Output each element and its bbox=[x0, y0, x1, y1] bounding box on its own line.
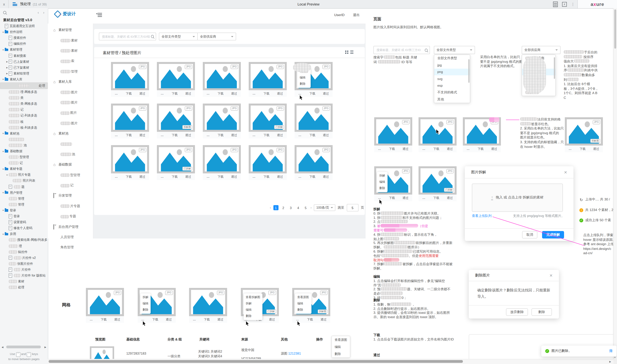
pages-scrollbar[interactable]: ◀ ▶ bbox=[0, 345, 48, 349]
more-button[interactable]: … bbox=[115, 133, 118, 137]
more-button[interactable]: … bbox=[298, 133, 302, 137]
download-button[interactable]: 下载 bbox=[218, 91, 223, 95]
card-thumbnail[interactable]: JPG bbox=[111, 104, 149, 132]
dropdown-scrollbar[interactable] bbox=[554, 57, 555, 79]
approve-button[interactable]: 通过 bbox=[402, 147, 408, 151]
menu-item-拆解[interactable]: 拆解 bbox=[243, 300, 263, 307]
menu-item[interactable]: 记 bbox=[48, 181, 93, 191]
download-button[interactable]: 下载 bbox=[172, 175, 178, 179]
material-search-input[interactable] bbox=[101, 34, 151, 39]
approve-button[interactable]: 通过 bbox=[139, 91, 145, 95]
more-button[interactable]: … bbox=[161, 175, 164, 179]
finish-split-button[interactable]: 完成拆解 bbox=[542, 231, 564, 238]
download-button[interactable]: 下载 bbox=[309, 175, 315, 179]
abandon-delete-button[interactable]: 放弃删除 bbox=[506, 308, 528, 316]
card-thumbnail[interactable]: JPG bbox=[203, 62, 241, 90]
sidebar-item-题[interactable]: 题 bbox=[0, 184, 48, 190]
scroll-left-icon[interactable]: ◀ bbox=[1, 346, 3, 348]
approve-button[interactable]: 通过 bbox=[321, 318, 326, 321]
menu-item[interactable]: 池 bbox=[48, 149, 93, 160]
approve-button[interactable]: 通过 bbox=[277, 175, 283, 179]
approve-button[interactable]: 通过 bbox=[217, 318, 223, 321]
scroll-right-icon[interactable]: ▶ bbox=[45, 346, 46, 348]
card-thumbnail[interactable]: JPG bbox=[249, 145, 287, 173]
sidebar-item-素材入库[interactable]: ▼素材入库 bbox=[0, 77, 48, 82]
approve-button[interactable]: 通过 bbox=[185, 91, 191, 95]
download-button[interactable]: 下载 bbox=[433, 196, 439, 200]
download-button[interactable]: 下载 bbox=[101, 318, 106, 321]
menu-group-素材管理[interactable]: ⌂素材管理 bbox=[48, 25, 93, 36]
download-button[interactable]: 下载 bbox=[307, 318, 313, 321]
approve-button[interactable]: 通过 bbox=[185, 133, 191, 137]
cancel-button[interactable]: 取消 bbox=[522, 231, 537, 238]
option-其他[interactable]: 其他 bbox=[434, 96, 470, 103]
kebab-menu-icon[interactable]: ⋮ bbox=[571, 2, 575, 6]
vendor-select[interactable]: 全部供应商 bbox=[197, 33, 236, 40]
approve-button[interactable]: 通过 bbox=[402, 196, 408, 200]
more-button[interactable]: … bbox=[161, 133, 164, 137]
download-button[interactable]: 下载 bbox=[309, 91, 315, 95]
sidebar-item-处理[interactable]: 处理 bbox=[0, 284, 48, 290]
more-button[interactable]: … bbox=[568, 147, 572, 151]
sidebar-item-编辑控件[interactable]: 编辑控件 bbox=[0, 41, 48, 47]
sidebar-item-记[interactable]: 记 bbox=[0, 107, 48, 113]
menu-item-拆解[interactable]: 拆解 bbox=[140, 294, 151, 300]
collapse-menu-icon[interactable] bbox=[96, 13, 102, 17]
menu-group-后台用户管理[interactable]: 后台用户管理 bbox=[48, 222, 93, 232]
card-thumbnail[interactable]: JPG bbox=[86, 288, 124, 316]
scroll-right-icon[interactable]: ▶ bbox=[609, 360, 611, 363]
card-thumbnail[interactable]: JPG bbox=[189, 288, 227, 316]
view-toggle[interactable] bbox=[345, 51, 353, 54]
sidebar-item-片控件[interactable]: 片控件 bbox=[0, 267, 48, 273]
download-button[interactable]: 下载 bbox=[263, 175, 269, 179]
sidebar-item-照片列表[interactable]: 照片列表 bbox=[0, 178, 48, 184]
axure-logo[interactable]: axure bbox=[577, 0, 617, 8]
download-button[interactable]: 下载 bbox=[389, 147, 395, 151]
menu-item[interactable]: 索 bbox=[48, 56, 93, 66]
sidebar-item-素材专题[interactable]: ▼素材专题 bbox=[0, 166, 48, 172]
close-icon[interactable]: ✕ bbox=[564, 170, 567, 174]
sidebar-item-已下架素材[interactable]: ▶已下架素材 bbox=[0, 65, 48, 70]
download-button[interactable]: 下载 bbox=[152, 318, 158, 321]
page-4[interactable]: 4 bbox=[296, 205, 301, 210]
download-button[interactable]: 下载 bbox=[309, 133, 315, 137]
more-button[interactable]: … bbox=[252, 92, 256, 95]
card-thumbnail[interactable]: JPG bbox=[249, 62, 287, 90]
sidebar-item-基础数据[interactable]: ▼基础数据 bbox=[0, 148, 48, 154]
menu-item-编辑[interactable]: 编辑 bbox=[297, 75, 311, 81]
list-view-icon[interactable] bbox=[350, 51, 353, 54]
undo-link[interactable]: 撤销 bbox=[609, 349, 613, 353]
sidebar-item-处理[interactable]: 处理 bbox=[0, 82, 48, 89]
menu-item-拆解[interactable]: 拆解 bbox=[377, 173, 387, 179]
upload-dropzone[interactable]: ↑ 拖入 或 点击上传 拆解后的素材 bbox=[472, 183, 563, 212]
sidebar-item-搜索控件[interactable]: 搜索控件 bbox=[0, 35, 48, 41]
sidebar-item-张图片控件[interactable]: 张图片控件 bbox=[0, 261, 48, 267]
download-button[interactable]: 下载 bbox=[433, 147, 439, 151]
menu-item[interactable]: 图片 bbox=[48, 108, 93, 118]
vertical-scrollbar[interactable]: ▼ bbox=[613, 8, 617, 359]
source-image-link[interactable]: 1212381 bbox=[288, 351, 301, 355]
sidebar-item-核-列表多选[interactable]: 核-列表多选 bbox=[0, 125, 48, 130]
menu-item-删除[interactable]: 删除 bbox=[377, 185, 387, 191]
option-png[interactable]: png bbox=[434, 69, 470, 76]
next-page-icon[interactable]: › bbox=[43, 11, 44, 14]
approve-button[interactable]: 通过 bbox=[139, 133, 145, 137]
sidebar-item-管理[interactable]: 管理 bbox=[0, 202, 48, 208]
menu-item[interactable]: 图片 bbox=[48, 118, 93, 129]
sidebar-item-登录[interactable]: ▼登录 bbox=[0, 208, 48, 213]
anno-file-type-select[interactable]: 全部文件类型 bbox=[434, 46, 475, 54]
more-button[interactable]: … bbox=[193, 318, 196, 321]
approve-button[interactable]: 通过 bbox=[491, 147, 497, 151]
delete-button[interactable]: 删除 bbox=[531, 308, 552, 316]
download-button[interactable]: 下载 bbox=[579, 147, 585, 151]
sidebar-item-片控件 v2[interactable]: 片控件 v2 bbox=[0, 255, 48, 261]
download-button[interactable]: 下载 bbox=[218, 133, 223, 137]
close-icon[interactable]: ✕ bbox=[549, 273, 553, 277]
menu-item[interactable]: 专题 bbox=[48, 211, 93, 222]
sidebar-item-记[interactable]: 记 bbox=[0, 160, 48, 166]
option-全部文件类型[interactable]: 全部文件类型 bbox=[434, 55, 470, 62]
sidebar-item-素材[interactable]: 素材 bbox=[0, 278, 48, 284]
menu-item-编辑[interactable]: 编辑 bbox=[332, 343, 350, 350]
menu-item-删除[interactable]: 删除 bbox=[295, 307, 311, 313]
sidebar-item-用户管理[interactable]: ▼用户管理 bbox=[0, 190, 48, 195]
